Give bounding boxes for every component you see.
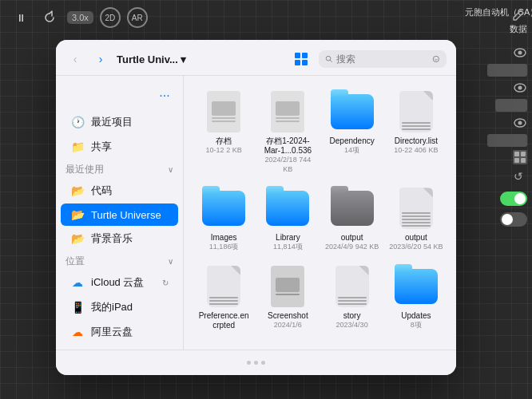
folder-blue-icon xyxy=(202,187,245,230)
alicloud-icon: ☁ xyxy=(70,326,85,338)
file-meta: 2023/6/20 54 KB xyxy=(389,243,443,252)
svg-point-5 xyxy=(518,121,522,125)
sidebar-action-row: ··· xyxy=(56,82,183,109)
sidebar-item-icloud[interactable]: ☁ iCloud 云盘 ↻ xyxy=(61,271,178,294)
svg-rect-8 xyxy=(514,158,519,163)
thumbnail-icon xyxy=(202,90,245,133)
right-panel: 元胞自动机（CA）模拟器 数据 xyxy=(460,0,532,399)
file-item[interactable]: story 2023/4/30 xyxy=(322,260,383,335)
refresh-toolbar-button[interactable] xyxy=(38,6,61,29)
file-meta: 14项 xyxy=(344,146,359,156)
doc-icon xyxy=(202,265,245,308)
nav-forward-button[interactable]: › xyxy=(91,49,110,69)
doc-lines-icon xyxy=(395,187,438,230)
pause-button[interactable]: ⏸ xyxy=(10,6,32,29)
grid-view-button[interactable] xyxy=(290,48,312,70)
search-input[interactable] xyxy=(336,53,430,65)
eye-row-1 xyxy=(465,45,527,61)
file-meta: 2024/1/6 xyxy=(274,321,302,330)
file-item[interactable]: Updates 8项 xyxy=(386,260,447,335)
sidebar-item-label-shared: 共享 xyxy=(91,140,112,154)
sidebar-item-label-bgmusic: 背景音乐 xyxy=(91,231,133,246)
file-item[interactable]: Directory.list 10-22 406 KB xyxy=(386,85,447,179)
browser-body: ··· 🕐 最近项目 📁 共享 最近使用 ∨ 📂 代码 📂 Turtle Uni… xyxy=(56,76,456,350)
section-label-location: 位置 xyxy=(66,255,85,268)
svg-point-16 xyxy=(434,56,439,61)
2d-button[interactable]: 2D xyxy=(100,7,121,28)
refresh-icon[interactable]: ↺ xyxy=(510,168,527,185)
section-chevron-recent-used: ∨ xyxy=(168,165,173,174)
search-bar[interactable] xyxy=(319,50,447,68)
file-name: Images xyxy=(211,233,237,243)
file-name: story xyxy=(343,311,361,321)
thumbnail-icon xyxy=(266,90,309,133)
file-item[interactable]: Screenshot 2024/1/6 xyxy=(257,260,318,335)
ipad-icon: 📱 xyxy=(70,301,85,314)
file-meta: 2024/2/18 744 KB xyxy=(260,156,315,174)
svg-rect-12 xyxy=(295,60,300,65)
browser-bottom xyxy=(56,350,456,375)
section-chevron-location: ∨ xyxy=(168,257,173,266)
pencil-icon[interactable] xyxy=(510,8,526,27)
file-item[interactable]: output 2024/4/9 942 KB xyxy=(322,182,383,257)
dot-3[interactable] xyxy=(261,361,265,365)
section-header-recent-used: 最近使用 ∨ xyxy=(56,160,183,178)
browser-header: ‹ › Turtle Univ... ▾ xyxy=(56,40,456,76)
dot-2[interactable] xyxy=(254,361,258,365)
section-label-recent-used: 最近使用 xyxy=(66,163,104,176)
eye-row-3 xyxy=(465,115,527,131)
eye-row-2 xyxy=(465,80,527,96)
path-title[interactable]: Turtle Univ... ▾ xyxy=(117,53,186,65)
sidebar-item-alicloud[interactable]: ☁ 阿里云盘 xyxy=(61,320,178,344)
file-item[interactable]: Images 11,186项 xyxy=(193,182,254,257)
sidebar-item-recent[interactable]: 🕐 最近项目 xyxy=(61,110,178,134)
sidebar-item-label-alicloud: 阿里云盘 xyxy=(91,325,133,339)
file-meta: 10-22 406 KB xyxy=(394,146,438,156)
ar-button[interactable]: AR xyxy=(127,7,148,28)
svg-rect-7 xyxy=(521,152,526,156)
toggle-2[interactable] xyxy=(500,212,527,227)
sidebar-item-label-recent: 最近项目 xyxy=(91,115,133,129)
file-name: Library xyxy=(276,233,300,243)
file-item[interactable]: output 2023/6/20 54 KB xyxy=(386,182,447,257)
sidebar-item-bgmusic[interactable]: 📂 背景音乐 xyxy=(61,227,178,251)
folder-icon-bgmusic: 📂 xyxy=(70,232,85,245)
file-name: Dependency xyxy=(330,136,375,146)
toggle-1[interactable] xyxy=(500,192,527,206)
data-bar-1 xyxy=(487,64,527,77)
file-meta: 8项 xyxy=(411,321,422,330)
file-item[interactable]: Preference.en crpted xyxy=(193,260,254,335)
file-name: Updates xyxy=(401,311,431,321)
nav-back-button[interactable]: ‹ xyxy=(66,49,85,69)
bottom-dots xyxy=(247,361,265,365)
svg-point-3 xyxy=(518,86,522,90)
eye-icon-3[interactable] xyxy=(513,116,527,130)
sidebar-item-code[interactable]: 📂 代码 xyxy=(61,179,178,203)
file-grid: 存档 10-12 2 KB 存档1-2024-Mar-1...0.536 202… xyxy=(184,76,456,350)
more-button[interactable]: ··· xyxy=(156,87,173,105)
file-item[interactable]: 存档 10-12 2 KB xyxy=(193,85,254,179)
toggle-row-2 xyxy=(465,212,527,227)
file-item[interactable]: 存档1-2024-Mar-1...0.536 2024/2/18 744 KB xyxy=(257,85,318,179)
file-meta: 2023/4/30 xyxy=(336,321,368,330)
sidebar-item-label-ipad: 我的iPad xyxy=(91,300,133,314)
section-header-location: 位置 ∨ xyxy=(56,251,183,270)
speed-badge[interactable]: 3.0x xyxy=(67,11,93,24)
grid-icon[interactable] xyxy=(513,150,527,164)
file-item[interactable]: Dependency 14项 xyxy=(322,85,383,179)
folder-blue-icon xyxy=(331,90,374,133)
eye-icon-2[interactable] xyxy=(513,81,527,95)
sidebar-item-shared[interactable]: 📁 共享 xyxy=(61,135,178,159)
file-name: 存档1-2024-Mar-1...0.536 xyxy=(260,136,315,156)
sidebar-item-turtle[interactable]: 📂 Turtle Universe xyxy=(61,203,178,226)
svg-point-1 xyxy=(518,51,522,55)
eye-icon-1[interactable] xyxy=(513,45,527,60)
svg-rect-13 xyxy=(302,60,308,65)
dot-1[interactable] xyxy=(247,361,251,365)
folder-dark-icon xyxy=(331,187,374,230)
sidebar-item-ipad[interactable]: 📱 我的iPad xyxy=(61,295,178,319)
file-item[interactable]: Library 11,814项 xyxy=(257,182,318,257)
share-icon: 📁 xyxy=(70,140,85,153)
folder-icon-code: 📂 xyxy=(70,184,85,197)
data-bar-3 xyxy=(487,134,527,147)
